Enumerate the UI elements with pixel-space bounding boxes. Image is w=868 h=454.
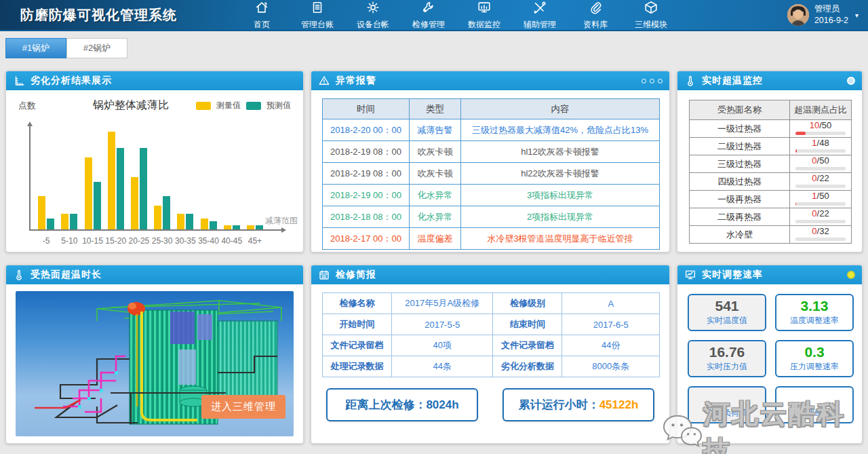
nav-label: 设备台帐	[357, 19, 389, 31]
wrench-icon	[421, 0, 436, 18]
nav-label: 检修管理	[412, 19, 445, 31]
panel-title: 劣化分析结果展示	[31, 75, 112, 87]
metric-label: 压力调整速率	[778, 361, 851, 373]
nav-label: 三维模块	[635, 19, 667, 31]
nav-item-6[interactable]: 辅助管理	[522, 0, 557, 31]
chart-monitor-icon	[684, 269, 696, 281]
metric-value: 3.13	[778, 297, 851, 315]
overtemp-ratio: 0/22	[790, 208, 852, 226]
x-tick-label: 20-25	[127, 236, 151, 246]
cube-icon	[644, 0, 658, 18]
alarm-type: 减薄告警	[410, 119, 461, 141]
main-nav: 首页管理台账设备台帐检修管理数据监控辅助管理资料库三维模块	[244, 0, 787, 31]
overtemp-row: 二级过热器1/48	[690, 138, 852, 155]
stat-button-1[interactable]: 距离上次检修：8024h	[326, 388, 478, 421]
overtemp-ratio: 1/50	[790, 191, 852, 208]
panel-overtemp-header: 实时超温监控	[677, 71, 862, 90]
alarm-row: 2018-2-17 00：00温度偏差水冷壁3根管道温度明显高于临近管排	[323, 228, 660, 250]
surface-name: 一级再热器	[690, 191, 790, 208]
alarm-table: 时间类型内容 2018-2-20 00：00减薄告警三级过热器最大减薄值42%，…	[322, 98, 660, 250]
alarm-time: 2018-2-19 08：00	[323, 163, 410, 185]
nav-label: 资料库	[583, 19, 608, 31]
bar	[70, 214, 77, 229]
x-tick-label: 15-20	[104, 236, 127, 246]
panel-alarms: 异常报警 时间类型内容 2018-2-20 00：00减薄告警三级过热器最大减薄…	[311, 71, 670, 252]
overtemp-ratio: 0/22	[790, 173, 852, 191]
field-label: 劣化分析数据	[493, 356, 562, 377]
alarm-content: 三级过热器最大减薄值42%，危险点占比13%	[461, 119, 660, 141]
bar	[108, 132, 115, 229]
panel-grid: 劣化分析结果展示 点数 锅炉整体减薄比 测量值预测值 -55-1010-1515…	[0, 62, 868, 444]
stat-button-2[interactable]: 累计运行小时：45122h	[502, 388, 654, 421]
panel-degradation: 劣化分析结果展示 点数 锅炉整体减薄比 测量值预测值 -55-1010-1515…	[5, 71, 304, 252]
nav-label: 管理台账	[301, 19, 334, 31]
alarm-type: 化水异常	[410, 206, 461, 228]
chevron-down-icon[interactable]: ▾	[855, 12, 859, 19]
warning-icon	[318, 75, 330, 87]
overtemp-row: 一级再热器1/50	[690, 191, 852, 208]
chart-x-label: 减薄范围	[265, 215, 298, 227]
alarm-content: 水冷壁3根管道温度明显高于临近管排	[461, 228, 660, 250]
metric-label: 实时压力值	[690, 361, 764, 373]
panel-maintenance: 检修简报 检修名称2017年5月A级检修检修级别A开始时间2017-5-5结束时…	[311, 265, 670, 444]
alarm-column-header: 时间	[323, 99, 410, 119]
alarm-row: 2018-2-18 08：00化水异常2项指标出现异常	[323, 206, 660, 228]
metric-value: 541	[690, 297, 764, 315]
panel-alarms-header: 异常报警	[311, 71, 669, 90]
alarm-content: 2项指标出现异常	[461, 206, 660, 228]
bar	[47, 219, 54, 229]
alarm-type: 吹灰卡顿	[410, 163, 461, 185]
calendar-icon	[318, 269, 330, 281]
bar	[186, 214, 193, 229]
tab-boiler-2[interactable]: #2锅炉	[66, 38, 127, 58]
panel-overtemp-duration-header: 受热面超温时长	[6, 265, 303, 284]
overtemp-column-header: 受热面名称	[690, 100, 790, 120]
metric-value: 16.76	[690, 343, 764, 361]
metric-value: 0.3	[778, 343, 851, 361]
nav-item-7[interactable]: 资料库	[578, 0, 613, 31]
bar-group-20-25	[127, 148, 151, 229]
overtemp-table: 受热面名称超温测点占比 一级过热器10/50二级过热器1/48三级过热器0/50…	[689, 100, 852, 244]
panel-adjust-rate: 实时调整速率 541实时温度值3.13温度调整速率16.76实时压力值0.3压力…	[677, 265, 863, 444]
maintenance-row: 文件记录留档40项文件记录留档44份	[323, 335, 660, 356]
user-date: 2016-9-2	[814, 15, 848, 26]
status-ring	[847, 77, 855, 85]
field-label: 开始时间	[323, 314, 392, 335]
user-name: 管理员	[814, 3, 848, 15]
chart-y-label: 点数	[18, 100, 66, 112]
top-bar: 防磨防爆可视化管理系统 首页管理台账设备台帐检修管理数据监控辅助管理资料库三维模…	[0, 0, 868, 31]
metric-label: 实时负荷值	[690, 407, 764, 419]
y-axis	[29, 124, 31, 231]
nav-item-4[interactable]: 检修管理	[411, 0, 446, 31]
field-value: 8000条条	[562, 356, 660, 377]
gear-icon	[366, 0, 380, 18]
nav-item-2[interactable]: 管理台账	[300, 0, 335, 31]
alarm-row: 2018-2-19 08：00吹灰卡顿hl12吹灰器卡顿报警	[323, 141, 660, 163]
bar-group-40-45	[220, 225, 243, 229]
status-ring	[847, 271, 855, 279]
panel-title: 受热面超温时长	[31, 269, 102, 281]
bar-group-45+	[243, 225, 267, 229]
nav-item-8[interactable]: 三维模块	[633, 0, 669, 31]
enter-3d-button[interactable]: 进入三维管理	[201, 395, 285, 419]
metric-value	[690, 390, 764, 407]
bar	[85, 157, 92, 229]
x-tick-label: 45+	[243, 236, 267, 246]
nav-item-5[interactable]: 数据监控	[467, 0, 502, 31]
field-value: 44份	[562, 335, 660, 356]
panel-adjust-rate-header: 实时调整速率	[677, 265, 862, 284]
alarm-time: 2018-2-20 00：00	[323, 119, 410, 141]
nav-item-1[interactable]: 首页	[244, 0, 279, 31]
legend-swatch	[246, 102, 261, 110]
dashboard-page: 防磨防爆可视化管理系统 首页管理台账设备台帐检修管理数据监控辅助管理资料库三维模…	[0, 0, 868, 454]
nav-item-3[interactable]: 设备台帐	[355, 0, 391, 31]
tab-boiler-1[interactable]: #1锅炉	[5, 38, 66, 58]
boiler-3d-view[interactable]: 进入三维管理	[16, 291, 294, 436]
field-value: 44条	[392, 356, 493, 377]
ratio-progress-bar	[795, 202, 846, 206]
field-label: 检修名称	[323, 293, 392, 314]
more-dots-button[interactable]	[638, 79, 663, 83]
user-menu[interactable]: 管理员 2016-9-2 ▾	[787, 3, 868, 26]
bar	[61, 214, 68, 229]
bar	[177, 214, 184, 229]
